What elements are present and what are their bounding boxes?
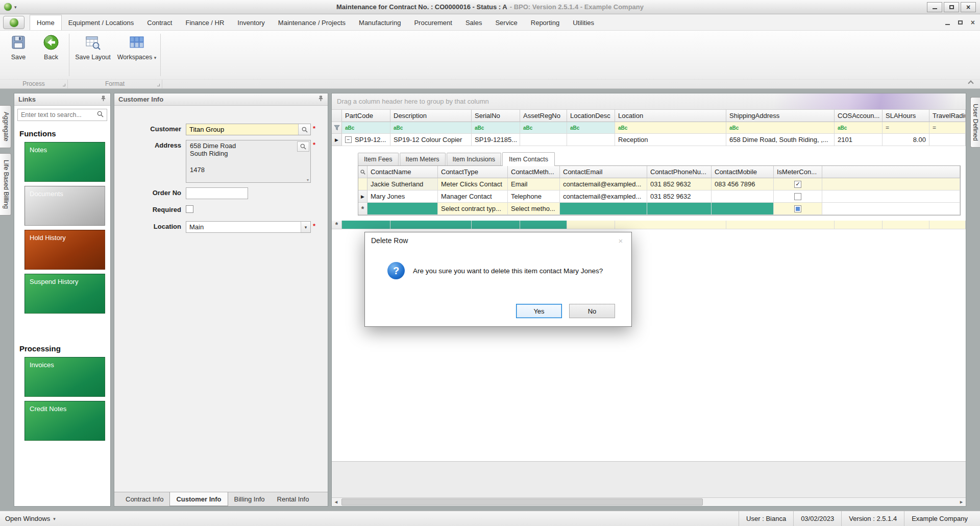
tab-item-inclusions[interactable]: Item Inclusions [447, 153, 501, 165]
restore-button[interactable] [944, 2, 959, 12]
new-cell-serialno[interactable] [472, 221, 520, 229]
app-menu-button[interactable] [3, 16, 24, 29]
cell-locationdesc[interactable] [567, 134, 615, 146]
cell-slahours[interactable]: 8.00 [883, 134, 929, 146]
back-button[interactable]: Back [35, 31, 67, 79]
links-search-input[interactable] [21, 111, 97, 118]
required-checkbox[interactable] [186, 205, 193, 213]
tab-customer-info[interactable]: Customer Info [169, 492, 228, 506]
invoices-button[interactable]: Invoices [24, 357, 105, 397]
cell-description[interactable]: SP19-12 Colour Copier [390, 134, 472, 146]
new-cell-locationdesc[interactable] [567, 221, 615, 229]
filter-cell-partcode[interactable]: aBc [342, 122, 390, 134]
cell-contactemail[interactable]: contactemail@exampled... [560, 178, 647, 190]
save-button[interactable]: Save [2, 31, 35, 79]
caret-down-icon[interactable]: ▾ [14, 5, 17, 10]
tab-reporting[interactable]: Reporting [524, 15, 566, 30]
new-cell-location[interactable] [615, 221, 726, 229]
cell-contactphone[interactable]: 031 852 9632 [647, 178, 712, 190]
save-layout-button[interactable]: Save Layout [71, 31, 115, 79]
column-header-location[interactable]: Location [615, 110, 726, 122]
cell-contactmobile[interactable] [712, 190, 774, 203]
pin-icon[interactable] [101, 95, 106, 103]
suspend-history-button[interactable]: Suspend History [24, 274, 105, 314]
cell-assetregno[interactable] [520, 134, 567, 146]
tab-item-contacts[interactable]: Item Contacts [502, 152, 555, 166]
column-header-contactname[interactable]: ContactName [368, 166, 438, 178]
order-no-input[interactable] [186, 188, 248, 199]
tab-manufacturing[interactable]: Manufacturing [352, 15, 407, 30]
column-header-cosaccount[interactable]: COSAccoun... [835, 110, 883, 122]
cell-contactname[interactable] [368, 203, 438, 215]
tab-item-fees[interactable]: Item Fees [358, 153, 399, 165]
cell-travelradius[interactable] [929, 134, 966, 146]
cell-cosaccount[interactable]: 2101 [835, 134, 883, 146]
edge-tab-user-defined[interactable]: User Defined [970, 97, 980, 148]
cell-partcode[interactable]: −SP19-12... [342, 134, 390, 146]
cell-contactmobile[interactable]: 083 456 7896 [712, 178, 774, 190]
column-header-serialno[interactable]: SerialNo [472, 110, 520, 122]
new-cell-cosaccount[interactable] [835, 221, 883, 229]
address-lookup-button[interactable] [297, 141, 309, 152]
tab-inventory[interactable]: Inventory [231, 15, 271, 30]
column-header-contactemail[interactable]: ContactEmail [560, 166, 647, 178]
tab-utilities[interactable]: Utilities [566, 15, 601, 30]
cell-contactphone[interactable]: 031 852 9632 [647, 190, 712, 203]
ismeter-checkbox-checked[interactable]: ✓ [794, 181, 801, 188]
detail-search-cell[interactable] [358, 166, 368, 178]
workspaces-button[interactable]: Workspaces ▾ [115, 31, 159, 79]
scroll-right-arrow-icon[interactable]: ► [957, 498, 966, 506]
cell-contacttype[interactable]: Meter Clicks Contact [438, 178, 508, 190]
new-cell-slahours[interactable] [883, 221, 929, 229]
scrollbar-thumb[interactable] [341, 498, 703, 506]
hold-history-button[interactable]: Hold History [24, 230, 105, 270]
cell-contactname[interactable]: Jackie Sutherland [368, 178, 438, 190]
notes-button[interactable]: Notes [24, 142, 105, 182]
chevron-down-icon[interactable]: ▾ [301, 222, 310, 232]
filter-cell-location[interactable]: aBc [615, 122, 726, 134]
edge-tab-life-based-billing[interactable]: Life Based Billing [0, 153, 11, 216]
group-launcher-icon[interactable] [157, 84, 160, 86]
cell-contactemail[interactable]: contactemail@exampled... [560, 190, 647, 203]
cell-location[interactable]: Reception [615, 134, 726, 146]
credit-notes-button[interactable]: Credit Notes [24, 401, 105, 441]
group-by-bar[interactable]: Drag a column header here to group by th… [332, 93, 966, 110]
filter-cell-locationdesc[interactable]: aBc [567, 122, 615, 134]
tab-procurement[interactable]: Procurement [407, 15, 458, 30]
cell-contacttype[interactable]: Manager Contact [438, 190, 508, 203]
new-cell-description[interactable] [390, 221, 472, 229]
tab-rental-info[interactable]: Rental Info [271, 492, 315, 506]
no-button[interactable]: No [569, 304, 615, 318]
cell-contacttype-prompt[interactable]: Select contract typ... [438, 203, 508, 215]
ismeter-checkbox-unchecked[interactable] [794, 193, 801, 200]
tab-billing-info[interactable]: Billing Info [228, 492, 271, 506]
filter-cell-assetregno[interactable]: aBc [520, 122, 567, 134]
scroll-left-arrow-icon[interactable]: ◄ [332, 498, 340, 506]
tab-item-meters[interactable]: Item Meters [400, 153, 446, 165]
cell-contactmethod[interactable]: Email [508, 178, 560, 190]
column-header-contacttype[interactable]: ContactType [438, 166, 508, 178]
quick-access-toolbar[interactable]: ▾ [4, 3, 17, 11]
cell-contactemail[interactable] [560, 203, 647, 215]
tab-service[interactable]: Service [488, 15, 524, 30]
mdi-close-icon[interactable]: × [971, 19, 975, 26]
filter-cell-cosaccount[interactable]: aBc [835, 122, 883, 134]
cell-shippingaddress[interactable]: 658 Dime Road, South Riding, ,... [726, 134, 835, 146]
mdi-minimize-icon[interactable] [945, 24, 950, 25]
filter-cell-slahours[interactable]: = [883, 122, 929, 134]
new-cell-assetregno[interactable] [520, 221, 567, 229]
dialog-close-button[interactable]: × [610, 232, 631, 249]
cell-serialno[interactable]: SP19-12185... [472, 134, 520, 146]
column-header-description[interactable]: Description [390, 110, 472, 122]
column-header-assetregno[interactable]: AssetRegNo [520, 110, 567, 122]
column-header-partcode[interactable]: PartCode [342, 110, 390, 122]
tab-sales[interactable]: Sales [459, 15, 489, 30]
group-launcher-icon[interactable] [63, 84, 65, 86]
yes-button[interactable]: Yes [516, 304, 562, 318]
new-cell-shippingaddress[interactable] [726, 221, 835, 229]
tab-contract[interactable]: Contract [140, 15, 179, 30]
mdi-restore-icon[interactable] [958, 20, 963, 25]
cell-contactmethod-prompt[interactable]: Select metho... [508, 203, 560, 215]
filter-cell-travelradius[interactable]: = [929, 122, 966, 134]
pin-icon[interactable] [318, 95, 324, 103]
